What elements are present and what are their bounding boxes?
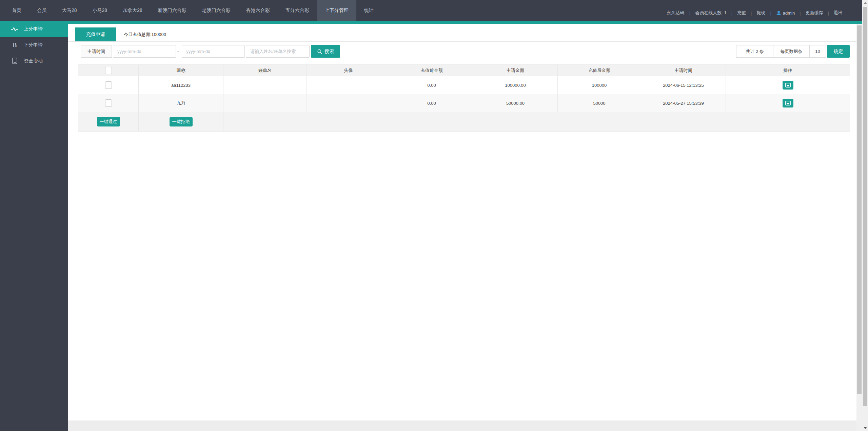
pagination-group: 共计 2 条 每页数据条 确定: [736, 45, 850, 58]
content-scrollbar-thumb[interactable]: [857, 25, 862, 394]
permanent-code-link[interactable]: 永久活码: [667, 10, 685, 16]
total-count-label: 共计 2 条: [736, 45, 773, 58]
search-icon: [317, 49, 322, 54]
top-navbar: 首页 会员 大马28 小马28 加拿大28 新澳门六合彩 老澳门六合彩 香港六合…: [0, 0, 868, 21]
logout-link[interactable]: 退出: [834, 10, 843, 16]
pulse-icon: [10, 26, 19, 32]
cell-request-time: 2024-06-15 12:13:25: [641, 76, 726, 94]
nav-item-new-macau[interactable]: 新澳门六合彩: [150, 0, 194, 21]
nav-item-canada28[interactable]: 加拿大28: [115, 0, 150, 21]
col-request-amount: 申请金额: [473, 65, 558, 76]
date-range-separator: -: [177, 49, 179, 54]
row-detail-button[interactable]: [783, 81, 793, 90]
toolbar: 申请时间 - 搜索 共计 2 条 每页数据条 确定: [68, 45, 850, 58]
today-total-label: 今日充值总额:100000: [124, 27, 166, 41]
nav-item-old-macau[interactable]: 老澳门六合彩: [194, 0, 238, 21]
divider: |: [770, 11, 771, 16]
content-scrollbar[interactable]: [856, 24, 862, 431]
row-detail-button[interactable]: [783, 99, 793, 107]
user-icon: [776, 11, 781, 16]
row-checkbox[interactable]: [105, 99, 112, 107]
tablet-icon: [10, 58, 19, 64]
scroll-up-arrow-icon[interactable]: [864, 2, 867, 4]
cell-avatar: [307, 76, 390, 94]
navbar-right-info: 永久活码 | 会员在线人数: 1 | 充值 | 提现 | admin | 更新缓…: [667, 0, 868, 21]
divider: |: [828, 11, 829, 16]
sidebar-item-label: 上分申请: [24, 26, 43, 32]
sidebar-item-downscore-request[interactable]: B 下分申请: [0, 37, 68, 53]
table-row: 九万 0.00 50000.00 50000 2024-05-27 15:53:…: [78, 94, 850, 112]
cell-after-amount: 100000: [558, 76, 641, 94]
cell-request-amount: 50000.00: [473, 94, 558, 112]
tab-recharge-request[interactable]: 充值申请: [75, 27, 116, 41]
tab-row: 充值申请 今日充值总额:100000: [68, 27, 856, 41]
sidebar-item-funds-change[interactable]: 资金变动: [0, 53, 68, 69]
nav-item-updown-manage[interactable]: 上下分管理: [317, 0, 356, 21]
tab-divider: [68, 41, 856, 42]
row-checkbox[interactable]: [105, 81, 112, 89]
search-input[interactable]: [246, 45, 310, 58]
col-before-amount: 充值前金额: [390, 65, 473, 76]
cell-before-amount: 0.00: [390, 76, 473, 94]
nav-item-home[interactable]: 首页: [4, 0, 29, 21]
table-header-row: 昵称 账单名 头像 充值前金额 申请金额 充值后金额 申请时间 操作: [78, 65, 850, 76]
search-button[interactable]: 搜索: [311, 45, 340, 58]
withdraw-link[interactable]: 提现: [756, 10, 765, 16]
main-menu: 首页 会员 大马28 小马28 加拿大28 新澳门六合彩 老澳门六合彩 香港六合…: [0, 0, 381, 21]
date-to-input[interactable]: [182, 45, 245, 58]
divider: |: [689, 11, 690, 16]
scroll-down-arrow-icon[interactable]: [864, 427, 867, 429]
table-row: aa112233 0.00 100000.00 100000 2024-06-1…: [78, 76, 850, 94]
date-from-input[interactable]: [113, 45, 176, 58]
nav-item-members[interactable]: 会员: [29, 0, 54, 21]
recharge-link[interactable]: 充值: [737, 10, 746, 16]
cell-bill-name: [223, 76, 307, 94]
nav-item-hongkong[interactable]: 香港六合彩: [238, 0, 278, 21]
per-page-label: 每页数据条: [773, 45, 810, 58]
sidebar-item-label: 资金变动: [24, 58, 43, 64]
divider: |: [800, 11, 801, 16]
cell-bill-name: [223, 94, 307, 112]
search-button-label: 搜索: [324, 48, 334, 55]
col-request-time: 申请时间: [641, 65, 726, 76]
cell-after-amount: 50000: [558, 94, 641, 112]
nav-item-wufen[interactable]: 五分六合彩: [278, 0, 317, 21]
select-all-checkbox[interactable]: [105, 67, 112, 74]
col-actions: 操作: [726, 65, 850, 76]
divider: |: [751, 11, 752, 16]
admin-username: admin: [783, 11, 795, 16]
request-time-label: 申请时间: [81, 45, 112, 58]
sidebar-item-upscore-request[interactable]: 上分申请: [0, 21, 68, 37]
cell-request-amount: 100000.00: [473, 76, 558, 94]
cell-before-amount: 0.00: [390, 94, 473, 112]
browser-scrollbar[interactable]: [862, 0, 868, 431]
per-page-input[interactable]: [809, 45, 826, 58]
divider: |: [731, 11, 732, 16]
page-bottom-strip: [68, 420, 856, 431]
confirm-button[interactable]: 确定: [827, 45, 850, 58]
refresh-cache-link[interactable]: 更新缓存: [806, 10, 823, 16]
admin-account[interactable]: admin: [776, 11, 795, 16]
letter-b-icon: B: [10, 41, 19, 49]
sidebar: 上分申请 B 下分申请 资金变动: [0, 21, 68, 431]
filter-group: 申请时间 - 搜索: [81, 45, 340, 58]
requests-table: 昵称 账单名 头像 充值前金额 申请金额 充值后金额 申请时间 操作 aa112…: [78, 64, 850, 132]
reject-all-button[interactable]: 一键拒绝: [170, 117, 193, 126]
cell-nickname: aa112233: [139, 76, 223, 94]
cell-request-time: 2024-05-27 15:53:39: [641, 94, 726, 112]
col-nickname: 昵称: [139, 65, 223, 76]
col-avatar: 头像: [307, 65, 390, 76]
nav-item-dama28[interactable]: 大马28: [54, 0, 85, 21]
nav-item-xiaoma28[interactable]: 小马28: [85, 0, 115, 21]
window-icon: [785, 101, 791, 105]
table-footer-row: 一键通过 一键拒绝: [78, 112, 850, 132]
main-content: 充值申请 今日充值总额:100000 申请时间 - 搜索 共计 2 条 每页数据…: [68, 21, 856, 431]
cell-nickname: 九万: [139, 94, 223, 112]
nav-item-stats[interactable]: 统计: [356, 0, 381, 21]
window-icon: [785, 83, 791, 87]
online-count-label: 会员在线人数: 1: [695, 10, 726, 16]
approve-all-button[interactable]: 一键通过: [97, 117, 120, 126]
col-bill-name: 账单名: [223, 65, 307, 76]
browser-scrollbar-thumb[interactable]: [863, 7, 867, 406]
col-after-amount: 充值后金额: [558, 65, 641, 76]
